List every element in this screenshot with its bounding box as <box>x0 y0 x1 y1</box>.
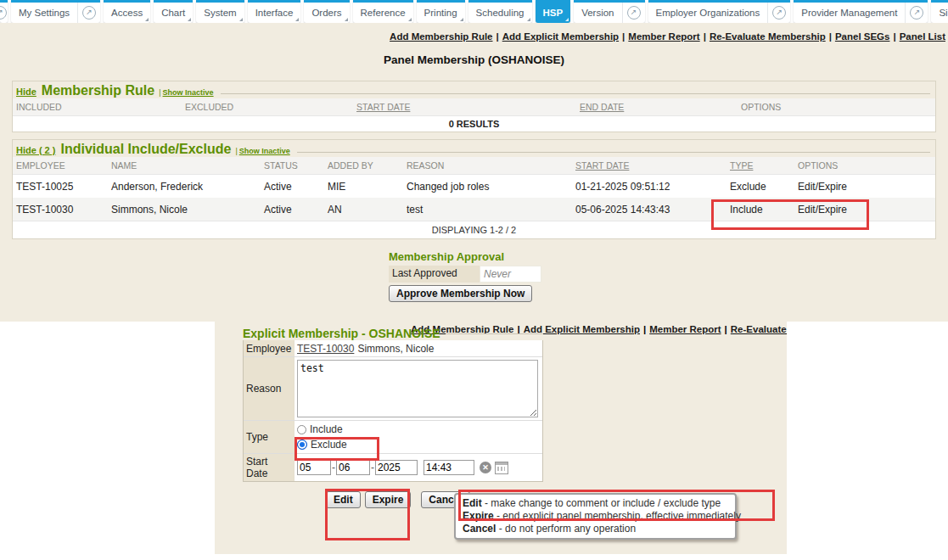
cell-start-date: 05-06-2025 14:43:43 <box>572 198 726 221</box>
open-new-window-icon[interactable]: ↗ <box>767 3 790 23</box>
cell-reason: Changed job roles <box>403 175 572 199</box>
tab-system[interactable]: System <box>196 0 244 23</box>
fieldset-legend: Explicit Membership - OSHANOISE <box>243 327 440 340</box>
cell-status: Active <box>261 198 324 221</box>
edit-button[interactable]: Edit <box>326 491 361 508</box>
employee-name: Simmons, Nicole <box>357 343 434 355</box>
link-re-evaluate-membership[interactable]: Re-Evaluate Membership <box>710 31 826 42</box>
membership-rule-section: Hide Membership Rule | Show Inactive INC… <box>12 81 936 132</box>
col-included: INCLUDED <box>13 98 182 116</box>
link-separator: | <box>704 31 706 42</box>
link-re-evaluate-membership[interactable]: Re-Evaluate Membership <box>731 324 787 334</box>
tooltip-desc: - end explicit panel membership, effecti… <box>496 510 741 522</box>
link-separator: | <box>725 324 727 334</box>
col-start-date[interactable]: START DATE <box>572 157 726 175</box>
start-date-label: Start Date <box>244 454 294 481</box>
explicit-membership-dialog: Add Membership Rule|Add Explicit Members… <box>215 322 787 554</box>
open-new-window-icon[interactable]: ↗ <box>905 3 928 23</box>
type-option-exclude[interactable]: Exclude <box>297 437 347 452</box>
title-separator: | <box>235 147 237 155</box>
start-date-year-input[interactable] <box>375 460 418 475</box>
link-add-explicit-membership[interactable]: Add Explicit Membership <box>502 31 619 42</box>
app-window: ↗ My Settings ↗ Access Chart System Inte… <box>0 0 948 560</box>
cell-employee: TEST-10030 <box>13 198 108 221</box>
table-row: TEST-10025 Anderson, Frederick Active MI… <box>13 175 935 199</box>
col-options: OPTIONS <box>794 157 935 175</box>
hide-link[interactable]: Hide <box>16 87 36 97</box>
expire-button[interactable]: Expire <box>365 491 412 508</box>
show-inactive-link[interactable]: Show Inactive <box>239 147 290 155</box>
employee-label: Employee <box>244 340 294 356</box>
tab-access[interactable]: Access <box>104 0 150 23</box>
tooltip-desc: - do not perform any operation <box>499 523 636 535</box>
tab-hsp[interactable]: HSP <box>536 0 571 23</box>
tooltip-term: Expire <box>463 510 494 522</box>
col-start-date[interactable]: START DATE <box>353 98 576 116</box>
section-title: Individual Include/Exclude <box>60 142 231 157</box>
menu-indicator-icon <box>295 18 299 21</box>
cell-reason: test <box>403 198 572 221</box>
col-type[interactable]: TYPE <box>726 157 794 175</box>
start-date-month-input[interactable] <box>297 460 331 475</box>
col-end-date[interactable]: END DATE <box>576 98 738 116</box>
approval-title: Membership Approval <box>389 250 541 263</box>
radio-label: Include <box>310 423 343 435</box>
dialog-area: Add Membership Rule|Add Explicit Members… <box>0 322 948 560</box>
hide-count-link[interactable]: Hide ( 2 ) <box>16 145 55 155</box>
link-separator: | <box>893 31 895 42</box>
reason-textarea[interactable]: test <box>297 360 538 417</box>
membership-approval: Membership Approval Last Approved Never … <box>389 250 541 302</box>
start-date-time-input[interactable] <box>424 460 474 475</box>
type-option-include[interactable]: Include <box>297 422 343 437</box>
tab-similar-exposure-groups[interactable]: Similar Exposure Groups (SEGs) ↗ <box>931 0 948 23</box>
employee-id-link[interactable]: TEST-10030 <box>297 343 354 355</box>
menu-indicator-icon <box>408 18 412 21</box>
tab-orders[interactable]: Orders <box>304 0 349 23</box>
link-add-membership-rule[interactable]: Add Membership Rule <box>390 31 492 42</box>
tab-chart[interactable]: Chart <box>154 0 193 23</box>
type-row: Type Include Exclude <box>244 420 542 453</box>
last-approved-row: Last Approved Never <box>389 266 541 283</box>
date-separator: - <box>332 462 335 473</box>
tooltip-term: Edit <box>463 497 482 509</box>
cell-start-date: 01-21-2025 09:51:12 <box>572 175 726 199</box>
col-employee: EMPLOYEE <box>13 157 108 175</box>
last-approved-label: Last Approved <box>389 266 480 283</box>
link-member-report[interactable]: Member Report <box>649 324 721 334</box>
start-date-day-input[interactable] <box>336 460 370 475</box>
tab-printing[interactable]: Printing <box>417 0 465 23</box>
section-rule-line <box>221 93 930 94</box>
tab-my-settings[interactable]: My Settings ↗ <box>11 0 100 23</box>
cell-options-edit-expire[interactable]: Edit/Expire <box>794 175 935 199</box>
tab-interface[interactable]: Interface <box>248 0 301 23</box>
col-reason: REASON <box>403 157 572 175</box>
cell-name: Simmons, Nicole <box>108 198 261 221</box>
radio-checked-icon[interactable] <box>297 440 307 450</box>
membership-rule-table: INCLUDED EXCLUDED START DATE END DATE OP… <box>13 98 935 132</box>
buttons-help-tooltip: Edit - make change to comment or include… <box>454 493 737 540</box>
individual-include-exclude-section: Hide ( 2 ) Individual Include/Exclude | … <box>12 139 936 239</box>
show-inactive-link[interactable]: Show Inactive <box>163 88 214 97</box>
menu-indicator-icon <box>460 18 463 21</box>
tab-scheduling[interactable]: Scheduling <box>468 0 532 23</box>
menu-indicator-icon <box>188 18 191 21</box>
link-panel-segs[interactable]: Panel SEGs <box>835 31 890 42</box>
link-panel-list[interactable]: Panel List <box>900 31 945 42</box>
tab-reference[interactable]: Reference <box>353 0 413 23</box>
radio-unchecked-icon[interactable] <box>297 425 306 434</box>
link-member-report[interactable]: Member Report <box>628 31 699 42</box>
tab-provider-management[interactable]: Provider Management ↗ <box>794 0 928 23</box>
calendar-icon[interactable] <box>495 462 508 474</box>
cell-status: Active <box>261 175 324 199</box>
fieldset-rule-line <box>446 333 543 334</box>
tab-employer-organizations[interactable]: Employer Organizations ↗ <box>648 0 791 23</box>
open-new-window-icon[interactable]: ↗ <box>77 3 100 23</box>
clear-date-icon[interactable]: ✕ <box>480 462 491 473</box>
radio-label: Exclude <box>311 439 347 451</box>
tab-partial[interactable]: ↗ <box>0 0 8 23</box>
cell-type: Exclude <box>726 175 794 199</box>
cell-options-edit-expire[interactable]: Edit/Expire <box>794 198 935 221</box>
approve-membership-now-button[interactable]: Approve Membership Now <box>389 285 532 302</box>
tab-version[interactable]: Version ↗ <box>574 0 644 23</box>
open-new-window-icon[interactable]: ↗ <box>622 3 645 23</box>
